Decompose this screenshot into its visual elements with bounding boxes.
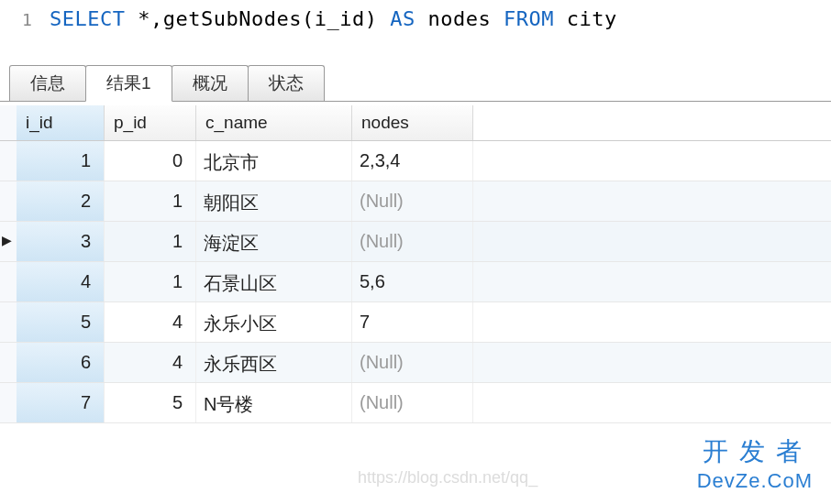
cell-i_id[interactable]: 2 (17, 181, 105, 221)
cell-i_id[interactable]: 3 (17, 222, 105, 261)
row-handle[interactable] (0, 302, 17, 342)
cell-nodes[interactable]: 5,6 (352, 262, 473, 301)
watermark-line2: DevZe.CoM (697, 469, 813, 493)
row-handle[interactable] (0, 262, 17, 301)
cell-i_id[interactable]: 5 (17, 302, 105, 342)
table-row[interactable]: 54永乐小区7 (0, 302, 831, 343)
watermark-line1: 开发者 (697, 434, 813, 469)
cell-nodes[interactable]: (Null) (352, 181, 473, 221)
cell-nodes[interactable]: (Null) (352, 343, 473, 382)
tab-info[interactable]: 信息 (9, 65, 86, 101)
row-handle[interactable] (0, 181, 17, 221)
grid-body: 10北京市2,3,421朝阳区(Null)31海淀区(Null)41石景山区5,… (0, 141, 831, 423)
cell-c_name[interactable]: 石景山区 (196, 262, 352, 301)
cell-c_name[interactable]: 永乐小区 (196, 302, 352, 342)
cell-p_id[interactable]: 4 (105, 343, 196, 382)
tab-status[interactable]: 状态 (248, 65, 325, 101)
col-header-nodes[interactable]: nodes (352, 105, 473, 140)
csdn-watermark: https://blog.csdn.net/qq_ (358, 468, 537, 488)
cell-nodes[interactable]: 2,3,4 (352, 141, 473, 181)
col-header-p_id[interactable]: p_id (105, 105, 196, 140)
row-handle[interactable] (0, 343, 17, 382)
table-row[interactable]: 41石景山区5,6 (0, 262, 831, 302)
row-handle-header (0, 105, 17, 140)
cell-i_id[interactable]: 1 (17, 141, 105, 181)
cell-i_id[interactable]: 6 (17, 343, 105, 382)
table-row[interactable]: 21朝阳区(Null) (0, 181, 831, 222)
cell-nodes[interactable]: (Null) (352, 383, 473, 422)
cell-i_id[interactable]: 7 (17, 383, 105, 422)
col-header-c_name[interactable]: c_name (196, 105, 352, 140)
devze-watermark: 开发者 DevZe.CoM (697, 434, 813, 493)
cell-p_id[interactable]: 1 (105, 222, 196, 261)
cell-c_name[interactable]: 朝阳区 (196, 181, 352, 221)
cell-p_id[interactable]: 5 (105, 383, 196, 422)
sql-editor[interactable]: 1 SELECT *,getSubNodes(i_id) AS nodes FR… (0, 0, 831, 49)
cell-c_name[interactable]: 北京市 (196, 141, 352, 181)
tab-result1[interactable]: 结果1 (85, 65, 172, 102)
row-handle[interactable] (0, 383, 17, 422)
col-header-i_id[interactable]: i_id (17, 105, 105, 140)
cell-p_id[interactable]: 1 (105, 181, 196, 221)
cell-c_name[interactable]: N号楼 (196, 383, 352, 422)
sql-text: SELECT *,getSubNodes(i_id) AS nodes FROM… (50, 7, 617, 30)
table-row[interactable]: 64永乐西区(Null) (0, 343, 831, 383)
result-tabs: 信息 结果1 概况 状态 (0, 65, 831, 102)
code-line: 1 SELECT *,getSubNodes(i_id) AS nodes FR… (0, 7, 831, 30)
cell-c_name[interactable]: 永乐西区 (196, 343, 352, 382)
cell-nodes[interactable]: 7 (352, 302, 473, 342)
cell-p_id[interactable]: 0 (105, 141, 196, 181)
cell-i_id[interactable]: 4 (17, 262, 105, 301)
tab-profile[interactable]: 概况 (172, 65, 249, 101)
table-row[interactable]: 75N号楼(Null) (0, 383, 831, 423)
cell-p_id[interactable]: 1 (105, 262, 196, 301)
row-handle[interactable] (0, 141, 17, 181)
result-grid: i_id p_id c_name nodes 10北京市2,3,421朝阳区(N… (0, 105, 831, 423)
row-handle[interactable] (0, 222, 17, 261)
cell-nodes[interactable]: (Null) (352, 222, 473, 261)
cell-p_id[interactable]: 4 (105, 302, 196, 342)
table-row[interactable]: 10北京市2,3,4 (0, 141, 831, 181)
cell-c_name[interactable]: 海淀区 (196, 222, 352, 261)
grid-header: i_id p_id c_name nodes (0, 105, 831, 141)
line-number: 1 (22, 10, 50, 29)
table-row[interactable]: 31海淀区(Null) (0, 222, 831, 262)
